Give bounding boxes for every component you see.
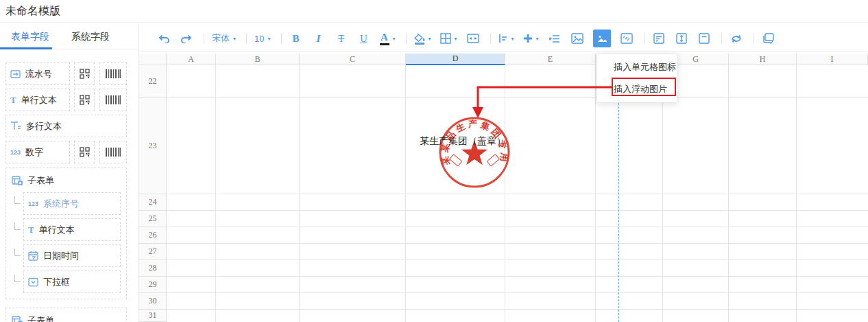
column-header-I[interactable]: I bbox=[797, 54, 868, 65]
borders-button[interactable]: ▾ bbox=[440, 30, 457, 47]
insert-floating-image-button[interactable] bbox=[593, 30, 611, 47]
child-row-single-line: T 单行文本 bbox=[23, 218, 121, 241]
row-header-22[interactable]: 22 bbox=[139, 65, 167, 98]
column-header-A[interactable]: A bbox=[167, 54, 216, 65]
field-label: 单行文本 bbox=[21, 94, 57, 106]
field-sidebar: 表单字段 系统字段 流水号 T 单行文本 bbox=[0, 23, 139, 322]
chevron-down-icon: ▾ bbox=[233, 36, 236, 42]
tab-form-fields[interactable]: 表单字段 bbox=[0, 23, 60, 49]
qr-code-icon bbox=[80, 95, 90, 105]
refresh-button[interactable] bbox=[730, 30, 743, 47]
watermark-image-icon bbox=[620, 33, 633, 44]
copy-sheet-button[interactable] bbox=[762, 30, 775, 47]
borders-icon bbox=[440, 33, 451, 44]
field-label: 流水号 bbox=[25, 68, 52, 80]
menu-item-insert-cell-icon[interactable]: 插入单元格图标 bbox=[597, 56, 677, 78]
field-system-serial[interactable]: 123 系统序号 bbox=[23, 192, 121, 215]
watermark-button[interactable] bbox=[620, 30, 634, 47]
active-tab-underline bbox=[0, 47, 52, 49]
field-label: 下拉框 bbox=[43, 276, 70, 288]
field-single-line-qr[interactable] bbox=[74, 89, 95, 111]
grid-row-line bbox=[167, 194, 868, 194]
page-text-button[interactable] bbox=[652, 30, 666, 47]
align-button[interactable]: ▾ bbox=[498, 30, 514, 47]
field-number-qr[interactable] bbox=[74, 141, 95, 163]
field-dropdown[interactable]: 下拉框 bbox=[23, 271, 121, 293]
merge-cells-icon bbox=[467, 34, 479, 43]
field-serial-number[interactable]: 流水号 bbox=[5, 62, 70, 85]
row-header-29[interactable]: 29 bbox=[139, 277, 167, 293]
subform-group[interactable]: 子表单 123 系统序号 T 单行文本 日期时间 bbox=[5, 168, 127, 299]
font-color-button[interactable]: A ▾ bbox=[380, 30, 396, 47]
group-label: 子表单 bbox=[27, 174, 54, 187]
row-header-23[interactable]: 23 bbox=[139, 98, 167, 194]
field-number[interactable]: 123 数字 bbox=[5, 141, 70, 163]
child-row-system-serial: 123 系统序号 bbox=[23, 192, 121, 215]
row-header-27[interactable]: 27 bbox=[139, 244, 167, 260]
child-row-datetime: 日期时间 bbox=[23, 244, 121, 267]
group-label: 子表单 bbox=[27, 314, 54, 322]
sheet-corner[interactable] bbox=[139, 54, 167, 65]
strikethrough-button[interactable]: T bbox=[335, 30, 348, 47]
underline-button[interactable]: U bbox=[357, 30, 371, 47]
barcode-icon bbox=[106, 69, 121, 78]
grid-row-line bbox=[167, 309, 868, 310]
outdent-icon bbox=[548, 34, 560, 43]
tab-system-fields[interactable]: 系统字段 bbox=[60, 23, 121, 49]
field-single-line-barcode[interactable] bbox=[99, 89, 127, 111]
subform-group-header: 子表单 bbox=[12, 172, 121, 189]
menu-item-insert-floating-image[interactable]: 插入浮动图片 bbox=[597, 78, 677, 100]
font-size-select[interactable]: 10 ▾ bbox=[254, 30, 270, 47]
field-serial-qr[interactable] bbox=[74, 62, 95, 85]
grid-row-line bbox=[167, 227, 868, 227]
row-header-25[interactable]: 25 bbox=[139, 211, 167, 227]
font-size-value: 10 bbox=[254, 34, 264, 44]
qr-code-icon bbox=[80, 147, 90, 157]
insert-image-menu: 插入单元格图标 插入浮动图片 bbox=[596, 54, 677, 103]
field-label: 数字 bbox=[25, 146, 43, 159]
format-toolbar: 宋体 ▾ 10 ▾ B I T U A ▾ ▾ ▾ ▾ ▾ bbox=[139, 26, 868, 51]
row-header-31[interactable]: 31 bbox=[139, 310, 167, 322]
toolbar-separator bbox=[644, 33, 644, 44]
italic-button[interactable]: I bbox=[312, 30, 326, 47]
field-list: 流水号 T 单行文本 多行文本 bbox=[0, 49, 138, 322]
row-header-24[interactable]: 24 bbox=[139, 194, 167, 211]
column-header-C[interactable]: C bbox=[300, 54, 406, 65]
row-header-26[interactable]: 26 bbox=[139, 227, 167, 244]
column-header-H[interactable]: H bbox=[729, 54, 797, 65]
sidebar-tabs: 表单字段 系统字段 bbox=[0, 23, 138, 49]
undo-button[interactable] bbox=[157, 30, 171, 47]
bold-button[interactable]: B bbox=[289, 30, 303, 47]
field-multi-line-text[interactable]: 多行文本 bbox=[5, 115, 127, 137]
calendar-icon bbox=[28, 251, 38, 261]
column-header-D[interactable]: D bbox=[406, 54, 505, 65]
chevron-down-icon: ▾ bbox=[393, 36, 396, 42]
insert-button[interactable]: ▾ bbox=[523, 30, 539, 47]
grid-row-line bbox=[167, 97, 868, 98]
column-header-B[interactable]: B bbox=[216, 54, 300, 65]
merge-cells-button[interactable] bbox=[466, 30, 480, 47]
grid-row-line bbox=[167, 210, 868, 211]
field-single-line-text[interactable]: T 单行文本 bbox=[5, 89, 70, 111]
field-sub-single-line[interactable]: T 单行文本 bbox=[23, 218, 121, 241]
field-datetime[interactable]: 日期时间 bbox=[23, 244, 121, 267]
font-family-select[interactable]: 宋体 ▾ bbox=[212, 30, 236, 47]
redo-button[interactable] bbox=[180, 30, 193, 47]
field-number-barcode[interactable] bbox=[99, 141, 127, 163]
column-header-E[interactable]: E bbox=[505, 54, 596, 65]
field-serial-barcode[interactable] bbox=[99, 62, 127, 85]
subform-group-2[interactable]: 子表单 bbox=[5, 308, 127, 322]
insert-cell-image-button[interactable] bbox=[570, 30, 584, 47]
outdent-button[interactable] bbox=[548, 30, 562, 47]
subform-icon bbox=[12, 316, 23, 322]
toolbar-separator bbox=[406, 33, 407, 44]
company-seal-image[interactable]: 某某品生产集团专用 bbox=[437, 115, 512, 190]
header-line-icon bbox=[699, 33, 710, 44]
row-height-button[interactable] bbox=[675, 30, 688, 47]
row-header-30[interactable]: 30 bbox=[139, 293, 167, 310]
font-color-swatch bbox=[380, 43, 389, 45]
header-line-button[interactable] bbox=[697, 30, 711, 47]
fill-color-button[interactable]: ▾ bbox=[414, 30, 431, 47]
single-line-text-icon: T bbox=[28, 225, 34, 235]
row-header-28[interactable]: 28 bbox=[139, 260, 167, 277]
